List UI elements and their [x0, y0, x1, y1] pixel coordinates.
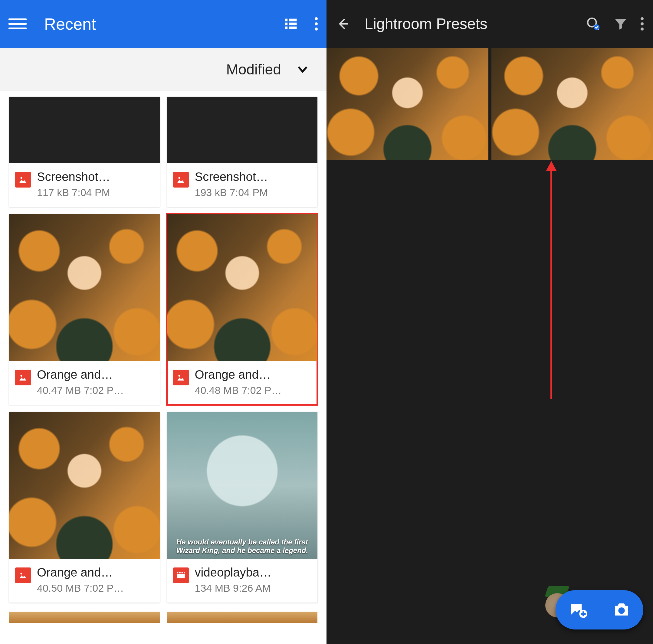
svg-point-8 — [21, 375, 22, 377]
file-name: videoplayba… — [195, 566, 312, 579]
album-title: Lightroom Presets — [365, 15, 574, 33]
svg-rect-3 — [289, 23, 297, 25]
camera-icon — [612, 600, 631, 619]
file-subtitle: 40.50 MB 7:02 P… — [37, 582, 154, 594]
file-thumbnail — [9, 214, 160, 361]
file-manager-header: Recent — [0, 0, 326, 48]
album-thumb-strip — [326, 48, 653, 160]
back-icon[interactable] — [336, 17, 350, 31]
album-photo[interactable] — [326, 48, 488, 160]
file-name: Screenshot… — [195, 170, 312, 183]
sort-label: Modified — [226, 61, 281, 78]
people-search-icon[interactable] — [586, 16, 601, 31]
file-subtitle: 134 MB 9:26 AM — [195, 582, 312, 594]
svg-point-6 — [21, 177, 22, 179]
file-meta: Orange and…40.48 MB 7:02 P… — [167, 361, 318, 405]
file-card[interactable]: Screenshot…193 kB 7:04 PM — [167, 97, 318, 207]
menu-icon[interactable] — [8, 15, 27, 33]
file-meta: videoplayba…134 MB 9:26 AM — [167, 559, 318, 602]
file-thumbnail — [167, 97, 318, 163]
svg-rect-0 — [285, 19, 288, 22]
file-thumbnail — [9, 97, 160, 163]
image-file-icon — [173, 172, 189, 188]
svg-point-17 — [618, 608, 625, 614]
file-meta: Screenshot…193 kB 7:04 PM — [167, 163, 318, 207]
svg-point-9 — [178, 375, 180, 377]
file-thumbnail — [167, 214, 318, 361]
svg-rect-1 — [289, 19, 297, 22]
album-photo[interactable] — [491, 48, 653, 160]
lightroom-header: Lightroom Presets — [326, 0, 653, 48]
lightroom-pane: Lightroom Presets — [326, 0, 653, 644]
view-list-icon[interactable] — [283, 16, 299, 32]
file-thumbnail — [167, 412, 318, 559]
svg-rect-5 — [289, 27, 297, 29]
file-card[interactable]: videoplayba…134 MB 9:26 AM — [167, 412, 318, 602]
file-manager-pane: Recent Modified Screenshot…117 kB 7:04 P… — [0, 0, 326, 644]
file-card[interactable]: Orange and…40.47 MB 7:02 P… — [9, 214, 160, 405]
svg-point-7 — [178, 177, 180, 179]
file-name: Screenshot… — [37, 170, 154, 183]
sort-bar[interactable]: Modified — [0, 48, 326, 91]
more-icon[interactable] — [314, 16, 318, 32]
file-name: Orange and… — [37, 368, 154, 381]
add-image-icon — [568, 600, 587, 619]
add-photos-fab[interactable] — [556, 590, 643, 629]
file-subtitle: 40.48 MB 7:02 P… — [195, 385, 312, 396]
file-subtitle: 40.47 MB 7:02 P… — [37, 385, 154, 396]
file-card[interactable]: Orange and…40.50 MB 7:02 P… — [9, 412, 160, 602]
video-file-icon — [173, 568, 189, 583]
svg-rect-2 — [285, 23, 288, 25]
page-title: Recent — [44, 15, 283, 33]
file-subtitle: 117 kB 7:04 PM — [37, 187, 154, 198]
file-meta: Screenshot…117 kB 7:04 PM — [9, 163, 160, 207]
file-meta: Orange and…40.50 MB 7:02 P… — [9, 559, 160, 602]
image-file-icon — [15, 568, 31, 583]
chevron-down-icon — [296, 62, 310, 76]
more-icon[interactable] — [640, 16, 644, 32]
image-file-icon — [15, 370, 31, 386]
file-thumbnail — [9, 412, 160, 559]
svg-point-10 — [21, 573, 22, 575]
image-file-icon — [15, 172, 31, 188]
annotation-arrow — [551, 169, 552, 399]
file-grid-overflow — [0, 612, 326, 623]
file-subtitle: 193 kB 7:04 PM — [195, 187, 312, 198]
file-meta: Orange and…40.47 MB 7:02 P… — [9, 361, 160, 405]
file-name: Orange and… — [37, 566, 154, 579]
file-name: Orange and… — [195, 368, 312, 381]
file-card-partial[interactable] — [167, 612, 318, 623]
file-grid: Screenshot…117 kB 7:04 PMScreenshot…193 … — [0, 91, 326, 612]
file-card-partial[interactable] — [9, 612, 160, 623]
file-card[interactable]: Orange and…40.48 MB 7:02 P… — [167, 214, 318, 405]
svg-rect-4 — [285, 27, 288, 29]
file-card[interactable]: Screenshot…117 kB 7:04 PM — [9, 97, 160, 207]
filter-icon[interactable] — [613, 16, 628, 31]
image-file-icon — [173, 370, 189, 386]
